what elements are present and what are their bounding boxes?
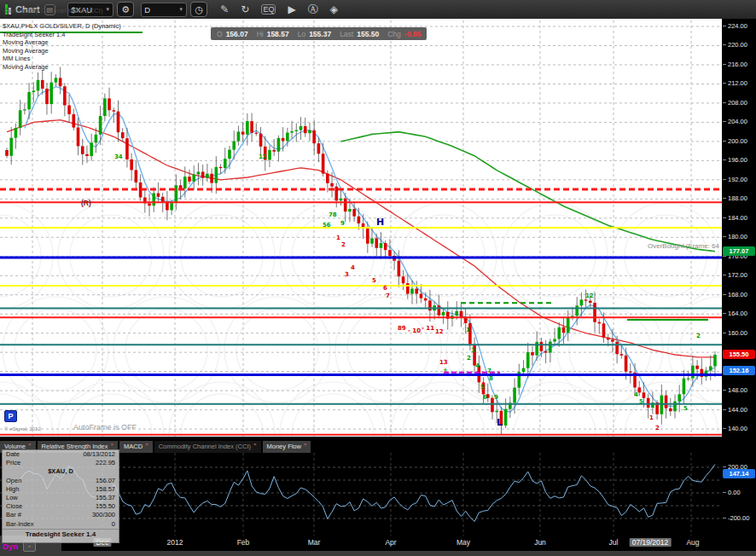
legend-line: Tradesight Seeker 1.4 bbox=[3, 31, 121, 39]
chart-legend: $XAU,PHLX GOLD/SILVER, D (Dynamic)Trades… bbox=[3, 22, 121, 72]
price-tick-label: 180.00 bbox=[728, 233, 747, 240]
price-tick-label: 192.00 bbox=[728, 176, 747, 183]
data-window-label: High bbox=[6, 485, 19, 494]
wave-count-annotation: 78 bbox=[329, 211, 337, 218]
wave-count-annotation: 56 bbox=[323, 222, 331, 229]
tab-macd[interactable]: MACD× bbox=[119, 441, 153, 453]
copyright-watermark: © eSignal, 2012 bbox=[4, 426, 41, 431]
price-tick-label: 200.00 bbox=[728, 137, 747, 145]
quote-eq-button[interactable]: EQ bbox=[261, 4, 276, 14]
bottom-strip bbox=[0, 551, 756, 556]
interval-caret-icon[interactable]: ▼ bbox=[178, 7, 183, 12]
price-tick-label: 184.00 bbox=[728, 214, 747, 222]
wave-count-annotation: - 10 bbox=[408, 327, 421, 334]
autoframe-status-label: AutoFrame is OFF bbox=[73, 423, 137, 431]
data-window-label: Bar # bbox=[6, 511, 21, 519]
tab-close-icon[interactable]: × bbox=[28, 441, 32, 448]
tab-commodity-channel-index-cci-[interactable]: Commodity Channel Index (CCI)× bbox=[154, 441, 261, 453]
wave-count-annotation: 9 bbox=[340, 220, 345, 227]
data-window-footer: Tradesight Seeker 1.4 bbox=[3, 529, 119, 539]
data-window-value: 155.37 bbox=[96, 494, 115, 502]
data-window-value: 156.07 bbox=[96, 477, 115, 485]
wave-count-annotation: 3 bbox=[345, 271, 349, 278]
wave-count-annotation: 1 bbox=[336, 235, 340, 241]
time-axis[interactable]: Dec2012FebMarAprMayJunJul07/19/2012Aug bbox=[61, 536, 756, 551]
wave-count-annotation: 6 bbox=[483, 394, 487, 401]
resistance-label: (R) bbox=[81, 199, 91, 207]
main-chart-pane[interactable]: 3412785691243567H89- 10- 111213+13247856… bbox=[0, 19, 722, 441]
wave-count-annotation: 7 bbox=[386, 292, 390, 299]
wave-count-annotation: 7 bbox=[487, 368, 491, 374]
tab-close-icon[interactable]: × bbox=[253, 441, 257, 448]
price-tick-label: 204.00 bbox=[728, 118, 747, 125]
refresh-button[interactable]: ↻ bbox=[241, 3, 249, 15]
gear-icon: ⚙ bbox=[121, 4, 130, 15]
wave-count-annotation: 6 bbox=[383, 285, 387, 292]
cci-pane-legend: Commodity Channel Index (CCI) bbox=[4, 7, 116, 14]
cci-tick-label: -200.00 bbox=[728, 514, 749, 522]
legend-line: Moving Average bbox=[3, 63, 121, 72]
price-marker-badge: 155.50 bbox=[723, 350, 755, 359]
wave-count-annotation: 2 bbox=[696, 333, 701, 339]
wave-count-annotation: 3 bbox=[471, 347, 475, 354]
ohlc-value: 155.37 bbox=[309, 30, 331, 38]
wave-count-annotation: 1 bbox=[466, 327, 470, 333]
price-marker-badge: 152.16 bbox=[723, 366, 755, 375]
price-tick-label: 212.00 bbox=[728, 79, 747, 87]
price-tick-label: 140.00 bbox=[728, 425, 747, 432]
symbol-search-button[interactable]: ⚙ bbox=[117, 2, 134, 17]
data-window-label: Low bbox=[6, 494, 18, 502]
wave-count-annotation: 34 bbox=[114, 153, 123, 160]
data-window-symbol: $XAU, D bbox=[3, 467, 119, 476]
ohlc-value: 158.57 bbox=[267, 30, 289, 38]
price-tick-label: 168.00 bbox=[728, 291, 747, 298]
time-axis-label: May bbox=[457, 538, 470, 547]
price-tick-label: 164.00 bbox=[728, 310, 747, 317]
tab-money-flow[interactable]: Money Flow× bbox=[263, 441, 311, 453]
price-tick-label: 160.00 bbox=[728, 329, 747, 337]
wave-count-annotation: 2 bbox=[655, 425, 660, 431]
tab-label: Money Flow bbox=[267, 441, 301, 453]
play-button[interactable]: ▶ bbox=[288, 3, 295, 15]
clock-icon: ◷ bbox=[195, 4, 203, 15]
tab-label: MACD bbox=[124, 441, 142, 453]
time-interval-button[interactable]: ◷ bbox=[190, 2, 207, 17]
wave-count-annotation: 2 bbox=[467, 355, 471, 362]
wave-count-annotation: 5 bbox=[480, 384, 485, 391]
wave-count-annotation: H bbox=[376, 217, 384, 228]
price-axis[interactable]: 224.00220.00216.00212.00208.00204.00200.… bbox=[722, 19, 756, 551]
eraser-button[interactable]: ◈ bbox=[330, 3, 338, 15]
tab-close-icon[interactable]: × bbox=[111, 441, 114, 448]
ohlc-value: 155.50 bbox=[357, 30, 379, 38]
price-tick-label: 144.00 bbox=[728, 406, 747, 414]
legend-line: $XAU,PHLX GOLD/SILVER, D (Dynamic) bbox=[3, 22, 121, 31]
wave-count-annotation: 13 bbox=[439, 359, 448, 366]
overbought-label: OverBought (Frame: 64 bbox=[648, 242, 719, 250]
legend-line: Moving Average bbox=[3, 38, 121, 47]
cci-tick-label: 0.00 bbox=[728, 489, 741, 496]
price-tick-label: 148.00 bbox=[728, 386, 747, 394]
wave-count-annotation: 4 bbox=[351, 264, 355, 271]
ohlc-label: Hi bbox=[257, 30, 264, 38]
ohlc-label: Lo bbox=[298, 30, 305, 38]
wave-count-annotation: - 11 bbox=[422, 325, 434, 332]
data-window-value: 155.50 bbox=[96, 502, 115, 511]
tab-close-icon[interactable]: × bbox=[304, 441, 307, 448]
ohlc-label: Last bbox=[340, 30, 353, 38]
wave-count-annotation: 1 bbox=[649, 414, 654, 421]
interval-input[interactable]: D ▼ bbox=[141, 3, 187, 17]
time-axis-label: 07/19/2012 bbox=[630, 538, 672, 547]
data-window-value: 0 bbox=[112, 520, 115, 529]
data-window-value: 222.95 bbox=[96, 459, 115, 467]
wave-count-annotation: 4 bbox=[634, 391, 638, 398]
draw-pencil-button[interactable]: ✎ bbox=[220, 3, 229, 15]
tab-close-icon[interactable]: × bbox=[145, 441, 148, 448]
data-window-label: Bar-Index bbox=[6, 520, 34, 529]
wave-count-annotation: L bbox=[497, 417, 503, 428]
wave-count-annotation: 5 bbox=[372, 277, 376, 284]
ohlc-value: 156.07 bbox=[226, 30, 248, 38]
wave-count-annotation: + bbox=[443, 367, 448, 374]
p-marker-badge[interactable]: P bbox=[4, 410, 17, 422]
auto-button[interactable]: Ⓐ bbox=[308, 3, 318, 17]
cci-marker-badge: 147.14 bbox=[723, 469, 755, 478]
